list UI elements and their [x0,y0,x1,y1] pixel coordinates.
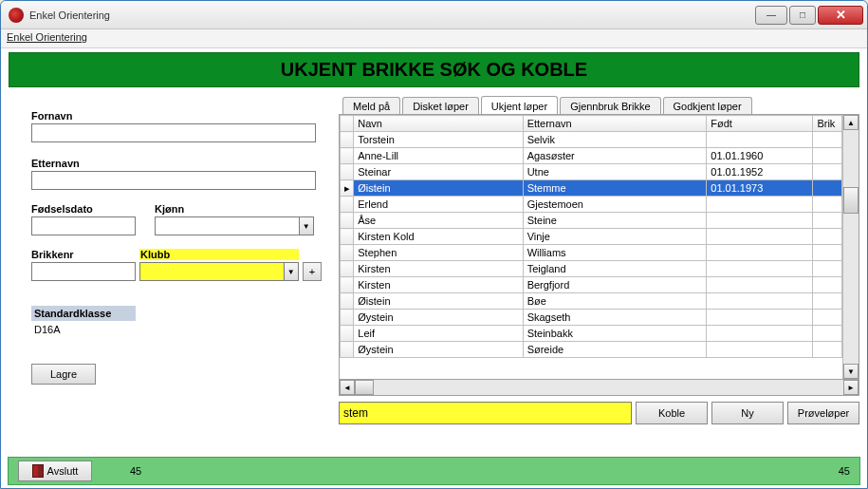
cell-brik[interactable] [813,277,842,293]
scroll-right-icon[interactable]: ► [843,380,859,395]
cell-navn[interactable]: Kirsten Kold [354,229,523,245]
cell-fodt[interactable]: 01.01.1973 [707,180,813,197]
brikkenr-input[interactable] [31,262,136,281]
cell-brik[interactable] [813,326,842,342]
cell-etternavn[interactable]: Søreide [523,342,707,358]
table-row[interactable]: LeifSteinbakk [341,326,842,342]
cell-etternavn[interactable]: Vinje [523,229,707,245]
cell-brik[interactable] [813,164,842,180]
cell-fodt[interactable]: 01.01.1952 [707,164,813,180]
close-button[interactable]: ✕ [818,6,863,25]
chevron-down-icon[interactable]: ▼ [284,262,299,281]
proveloper-button[interactable]: Prøveløper [787,402,859,424]
search-input[interactable] [339,402,632,424]
cell-fodt[interactable] [707,213,813,229]
klubb-combo[interactable]: ▼ [139,262,299,281]
cell-navn[interactable]: Erlend [354,197,523,213]
cell-fodt[interactable] [707,197,813,213]
tab-disket-loper[interactable]: Disket løper [402,97,479,114]
table-row[interactable]: ErlendGjestemoen [341,197,842,213]
cell-navn[interactable]: Stephen [354,245,523,261]
table-row[interactable]: KirstenTeigland [341,261,842,277]
cell-fodt[interactable] [707,245,813,261]
cell-brik[interactable] [813,180,842,197]
ny-button[interactable]: Ny [711,402,784,424]
cell-navn[interactable]: Kirsten [354,277,523,293]
table-row[interactable]: Anne-LillAgasøster01.01.1960 [341,148,842,164]
col-etternavn[interactable]: Etternavn [523,116,707,132]
cell-navn[interactable]: Åse [354,213,523,229]
scroll-up-icon[interactable]: ▲ [843,115,859,130]
cell-etternavn[interactable]: Gjestemoen [523,197,707,213]
add-klubb-button[interactable]: + [303,262,322,281]
tab-godkjent-loper[interactable]: Godkjent løper [663,97,752,114]
tab-meld-paa[interactable]: Meld på [342,97,400,114]
cell-brik[interactable] [813,213,842,229]
lagre-button[interactable]: Lagre [31,364,96,385]
cell-navn[interactable]: Steinar [354,164,523,180]
vscroll-thumb[interactable] [843,187,859,214]
cell-etternavn[interactable]: Agasøster [523,148,707,164]
table-row[interactable]: ØysteinSøreide [341,342,842,358]
cell-brik[interactable] [813,310,842,326]
table-row[interactable]: TorsteinSelvik [341,132,842,148]
fodselsdato-input[interactable] [31,216,136,235]
cell-navn[interactable]: Øystein [354,342,523,358]
cell-navn[interactable]: Øistein [354,293,523,310]
menu-item-main[interactable]: Enkel Orientering [7,31,87,43]
col-fodt[interactable]: Født [707,116,813,132]
hscroll-track[interactable] [355,380,843,395]
cell-brik[interactable] [813,229,842,245]
cell-etternavn[interactable]: Steine [523,213,707,229]
cell-etternavn[interactable]: Utne [523,164,707,180]
cell-navn[interactable]: Torstein [354,132,523,148]
cell-brik[interactable] [813,245,842,261]
cell-brik[interactable] [813,261,842,277]
cell-etternavn[interactable]: Bøe [523,293,707,310]
table-row[interactable]: Kirsten KoldVinje [341,229,842,245]
vscroll-track[interactable] [843,130,859,364]
scroll-down-icon[interactable]: ▼ [843,364,859,379]
cell-navn[interactable]: Kirsten [354,261,523,277]
scroll-left-icon[interactable]: ◄ [340,380,355,395]
table-row[interactable]: SteinarUtne01.01.1952 [341,164,842,180]
cell-navn[interactable]: Øystein [354,310,523,326]
cell-navn[interactable]: Leif [354,326,523,342]
cell-etternavn[interactable]: Teigland [523,261,707,277]
koble-button[interactable]: Koble [636,402,708,424]
cell-fodt[interactable] [707,261,813,277]
cell-fodt[interactable] [707,293,813,310]
klubb-input[interactable] [139,262,284,281]
kjonn-input[interactable] [155,216,299,235]
cell-navn[interactable]: Øistein [354,180,523,197]
table-row[interactable]: ÅseSteine [341,213,842,229]
cell-fodt[interactable] [707,132,813,148]
cell-fodt[interactable]: 01.01.1960 [707,148,813,164]
cell-etternavn[interactable]: Skagseth [523,310,707,326]
cell-fodt[interactable] [707,326,813,342]
vertical-scrollbar[interactable]: ▲ ▼ [842,115,859,379]
cell-etternavn[interactable]: Selvik [523,132,707,148]
cell-brik[interactable] [813,148,842,164]
table-row[interactable]: ▸ØisteinStemme01.01.1973 [341,180,842,197]
table-row[interactable]: ØysteinSkagseth [341,310,842,326]
tab-ukjent-loper[interactable]: Ukjent løper [481,96,558,114]
avslutt-button[interactable]: Avslutt [18,461,92,481]
cell-brik[interactable] [813,293,842,310]
etternavn-input[interactable] [31,171,316,190]
table-row[interactable]: StephenWilliams [341,245,842,261]
hscroll-thumb[interactable] [355,380,374,395]
fornavn-input[interactable] [31,123,316,142]
table-row[interactable]: ØisteinBøe [341,293,842,310]
cell-fodt[interactable] [707,342,813,358]
tab-gjennbruk-brikke[interactable]: Gjennbruk Brikke [560,97,660,114]
cell-brik[interactable] [813,197,842,213]
chevron-down-icon[interactable]: ▼ [299,216,314,235]
cell-etternavn[interactable]: Steinbakk [523,326,707,342]
col-brik[interactable]: Brik [813,116,842,132]
cell-fodt[interactable] [707,277,813,293]
data-grid[interactable]: Navn Etternavn Født Brik TorsteinSelvikA… [340,115,842,379]
minimize-button[interactable]: — [755,6,787,25]
cell-fodt[interactable] [707,229,813,245]
kjonn-combo[interactable]: ▼ [155,216,314,235]
